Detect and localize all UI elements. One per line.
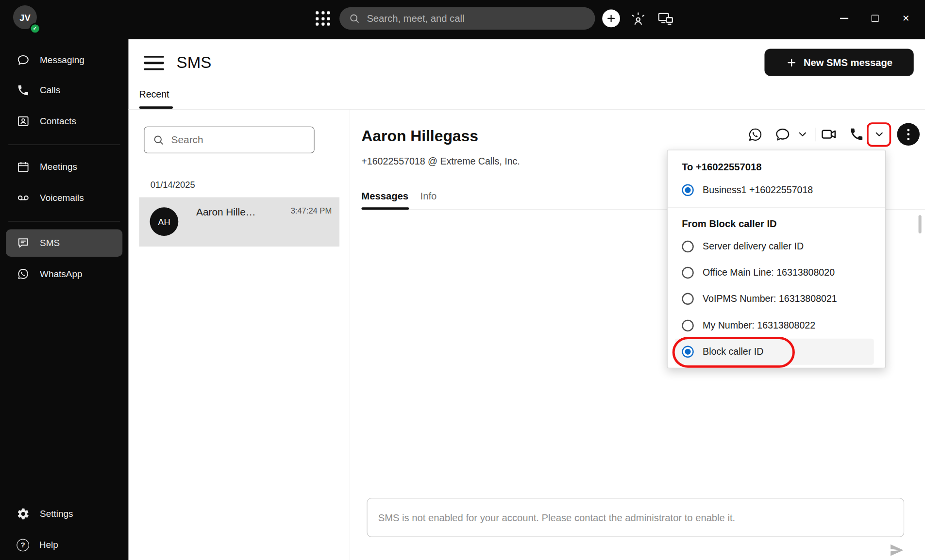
voicemail-icon [17, 191, 30, 204]
sidebar-item-messaging[interactable]: Messaging [6, 46, 122, 73]
sidebar-divider [8, 145, 120, 145]
sms-composer[interactable]: SMS is not enabled for your account. Ple… [367, 498, 904, 537]
sidebar-label: Contacts [40, 116, 76, 127]
sidebar-label: WhatsApp [40, 268, 83, 279]
calendar-icon [17, 161, 30, 174]
sidebar-item-settings[interactable]: Settings [6, 500, 122, 527]
devices-icon[interactable] [657, 10, 673, 27]
page-title: SMS [177, 53, 212, 72]
new-action-button[interactable] [602, 10, 620, 28]
contact-card-icon [17, 115, 30, 128]
help-icon: ? [17, 539, 29, 551]
action-separator [816, 128, 816, 141]
app-window: JV ✓ [0, 0, 925, 560]
caller-id-option-office-main-line[interactable]: Office Main Line: 16313808020 [668, 260, 885, 286]
conversation-name: Aaron Hille… [196, 207, 256, 218]
option-label: Business1 +16022557018 [703, 185, 813, 196]
sidebar-label: Meetings [40, 162, 77, 172]
close-button[interactable]: ✕ [891, 0, 922, 37]
global-search[interactable] [339, 7, 595, 30]
maximize-button[interactable] [859, 0, 891, 37]
sidebar: Messaging Calls Contacts Meetings [0, 39, 128, 560]
meet-now-icon[interactable] [630, 11, 647, 27]
chat-action-icon[interactable] [774, 125, 791, 143]
sidebar-item-contacts[interactable]: Contacts [6, 108, 122, 135]
date-header: 01/14/2025 [151, 180, 195, 190]
tab-recent[interactable]: Recent [139, 89, 169, 100]
caller-id-option-voipms-number[interactable]: VoIPMS Number: 16313808021 [668, 286, 885, 312]
to-option-business1[interactable]: Business1 +16022557018 [668, 177, 885, 203]
whatsapp-action-icon[interactable] [746, 125, 764, 143]
dialpad-icon[interactable] [316, 11, 331, 26]
option-label: My Number: 16313808022 [703, 320, 815, 331]
radio-icon [682, 241, 693, 252]
option-label: Office Main Line: 16313808020 [703, 267, 835, 278]
new-sms-label: New SMS message [804, 57, 892, 68]
phone-icon [17, 84, 30, 97]
user-avatar[interactable]: JV ✓ [13, 5, 39, 32]
conversation-list-item[interactable]: AH Aaron Hille… 3:47:24 PM [139, 197, 339, 247]
caller-id-popup: To +16022557018 Business1 +16022557018 F… [667, 150, 886, 369]
new-sms-message-button[interactable]: New SMS message [764, 49, 913, 76]
conversation-search[interactable] [144, 127, 314, 153]
from-heading: From Block caller ID [682, 218, 776, 229]
tab-messages-underline [361, 207, 409, 209]
caller-id-dropdown-toggle[interactable] [872, 125, 887, 143]
sidebar-item-help[interactable]: ? Help [6, 531, 122, 559]
sidebar-divider [8, 221, 120, 221]
caller-id-option-server-delivery[interactable]: Server delivery caller ID [668, 233, 885, 260]
panel-divider [350, 110, 350, 560]
video-call-icon[interactable] [820, 125, 838, 143]
plus-icon [786, 57, 797, 68]
minimize-button[interactable] [829, 0, 860, 37]
sidebar-item-meetings[interactable]: Meetings [6, 153, 122, 181]
presence-available-icon: ✓ [30, 23, 40, 34]
radio-selected-icon [682, 346, 693, 358]
global-search-input[interactable] [367, 13, 586, 24]
sidebar-item-voicemails[interactable]: Voicemails [6, 184, 122, 212]
close-icon: ✕ [902, 13, 909, 24]
whatsapp-icon [17, 267, 30, 280]
contact-detail: +16022557018 @ Extreme Calls, Inc. [361, 156, 520, 167]
header-divider [128, 109, 925, 110]
block-caller-id-option[interactable]: Block caller ID [668, 339, 885, 365]
call-icon[interactable] [848, 125, 866, 143]
sidebar-item-calls[interactable]: Calls [6, 77, 122, 104]
chat-bubble-icon [17, 53, 30, 66]
contact-name: Aaron Hillegass [361, 127, 478, 146]
maximize-icon [872, 15, 879, 22]
contact-avatar: AH [150, 207, 179, 236]
gear-icon [17, 508, 30, 521]
option-label: VoIPMS Number: 16313808021 [703, 294, 837, 304]
sidebar-item-whatsapp[interactable]: WhatsApp [6, 260, 122, 287]
topbar: JV ✓ [0, 0, 925, 39]
search-icon [152, 133, 165, 146]
send-icon[interactable] [888, 542, 905, 559]
chat-options-chevron-icon[interactable] [795, 125, 810, 143]
main-content: SMS New SMS message Recent 01/14/2025 AH… [128, 39, 925, 560]
tab-info[interactable]: Info [420, 191, 437, 202]
option-label: Block caller ID [703, 346, 763, 357]
menu-toggle-icon[interactable] [144, 56, 164, 70]
more-options-button[interactable] [897, 123, 920, 146]
sidebar-label: Voicemails [40, 193, 84, 203]
search-icon [348, 13, 360, 24]
conversation-time: 3:47:24 PM [291, 206, 332, 215]
composer-disabled-hint: SMS is not enabled for your account. Ple… [378, 512, 736, 523]
sidebar-label: Messaging [40, 55, 84, 66]
sidebar-item-sms[interactable]: SMS [6, 230, 122, 257]
sidebar-label: SMS [40, 238, 60, 248]
radio-icon [682, 267, 693, 279]
minimize-icon [840, 18, 848, 19]
window-controls: ✕ [829, 0, 922, 37]
radio-icon [682, 293, 693, 305]
tab-messages[interactable]: Messages [361, 191, 408, 202]
sidebar-label: Calls [40, 85, 60, 96]
sms-icon [17, 236, 30, 249]
tab-recent-underline [139, 106, 173, 108]
conversation-search-input[interactable] [171, 134, 306, 146]
radio-selected-icon [682, 184, 693, 196]
scrollbar-thumb[interactable] [919, 215, 922, 233]
caller-id-option-my-number[interactable]: My Number: 16313808022 [668, 313, 885, 339]
radio-icon [682, 320, 693, 331]
